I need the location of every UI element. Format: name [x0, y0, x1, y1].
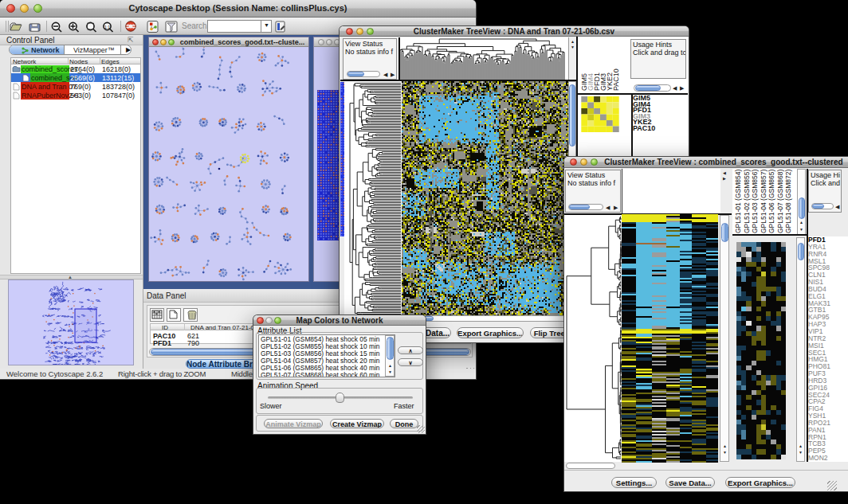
svg-text:GPL51-03 (GSM856): GPL51-03 (GSM856) — [751, 170, 759, 233]
svg-text:PAC10: PAC10 — [612, 68, 620, 91]
svg-text:GPL51-01 (GSM854): GPL51-01 (GSM854) — [734, 170, 742, 233]
svg-text:GPL51-07 (GSM868): GPL51-07 (GSM868) — [776, 170, 784, 233]
svg-text:1:1: 1:1 — [104, 25, 111, 29]
svg-text:GPL51-06 (GSM865): GPL51-06 (GSM865) — [768, 170, 775, 233]
svg-text:GPL51-08 (GSM872): GPL51-08 (GSM872) — [784, 170, 792, 233]
svg-text:GPL51-02 (GSM855): GPL51-02 (GSM855) — [743, 170, 751, 233]
svg-text:GPL51-04 (GSM857): GPL51-04 (GSM857) — [760, 170, 768, 233]
